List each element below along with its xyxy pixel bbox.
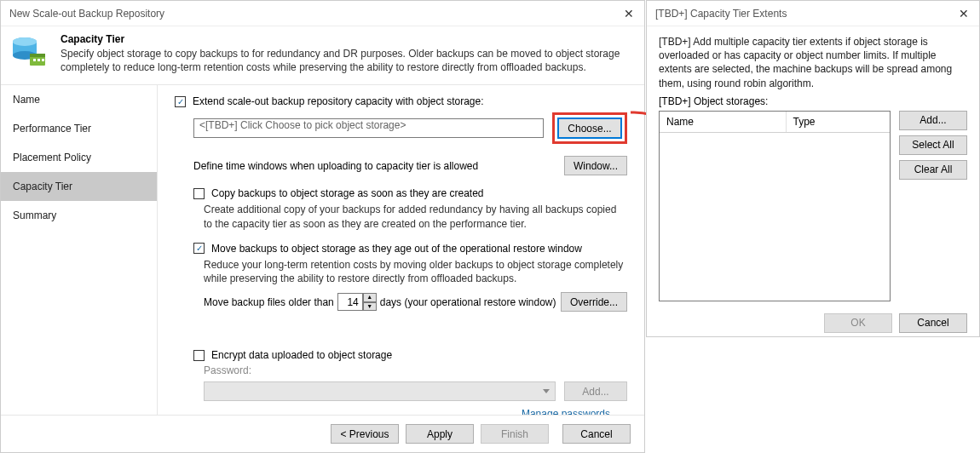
nav-item-name[interactable]: Name <box>1 85 157 114</box>
titlebar: New Scale-out Backup Repository ✕ <box>1 1 644 26</box>
nav-item-performance-tier[interactable]: Performance Tier <box>1 114 157 143</box>
extents-close-icon[interactable]: ✕ <box>955 7 972 20</box>
days-stepper[interactable]: ▲ ▼ <box>337 293 377 311</box>
nav-item-placement-policy[interactable]: Placement Policy <box>1 143 157 172</box>
extents-list[interactable]: Name Type <box>659 111 891 301</box>
column-name[interactable]: Name <box>660 112 787 132</box>
extend-checkbox-label: Extend scale-out backup repository capac… <box>193 95 484 107</box>
move-checkbox-label: Move backups to object storage as they a… <box>211 243 582 255</box>
copy-checkbox-label: Copy backups to object storage as soon a… <box>211 187 484 199</box>
add-password-button: Add... <box>564 381 627 401</box>
move-checkbox[interactable]: ✓ <box>193 243 205 254</box>
days-down-icon[interactable]: ▼ <box>363 302 377 312</box>
time-window-label: Define time windows when uploading to ca… <box>193 160 564 172</box>
svg-rect-5 <box>30 54 45 57</box>
wizard-header: Capacity Tier Specify object storage to … <box>1 26 644 85</box>
choose-button-highlight: Choose... <box>552 112 627 144</box>
window-button[interactable]: Window... <box>564 156 627 175</box>
svg-rect-8 <box>42 59 44 61</box>
capacity-tier-icon <box>11 33 49 71</box>
choose-button[interactable]: Choose... <box>558 118 621 138</box>
svg-rect-7 <box>37 59 40 61</box>
previous-button[interactable]: < Previous <box>331 424 399 444</box>
extend-checkbox[interactable]: ✓ <box>175 96 186 107</box>
extents-dialog: [TBD+] Capacity Tier Extents ✕ [TBD+] Ad… <box>646 0 980 337</box>
wizard-content: ✓ Extend scale-out backup repository cap… <box>158 85 644 416</box>
finish-button: Finish <box>481 424 549 444</box>
override-button[interactable]: Override... <box>561 292 627 312</box>
encrypt-checkbox[interactable]: ✓ <box>193 350 205 361</box>
window-title: New Scale-out Backup Repository <box>9 8 164 20</box>
move-description: Reduce your long-term retention costs by… <box>204 258 627 285</box>
apply-button[interactable]: Apply <box>406 424 474 444</box>
wizard-nav: Name Performance Tier Placement Policy C… <box>1 85 158 416</box>
wizard-footer: < Previous Apply Finish Cancel <box>1 415 644 452</box>
password-label: Password: <box>204 364 627 376</box>
extents-window-title: [TBD+] Capacity Tier Extents <box>655 8 787 20</box>
wizard-description: Specify object storage to copy backups t… <box>61 47 634 74</box>
extents-description: [TBD+] Add multiple capacity tier extent… <box>647 26 979 95</box>
extents-ok-button: OK <box>824 313 892 333</box>
extents-list-header: Name Type <box>660 112 890 133</box>
move-older-prefix: Move backup files older than <box>204 296 334 308</box>
nav-item-summary[interactable]: Summary <box>1 201 157 230</box>
close-icon[interactable]: ✕ <box>620 7 637 20</box>
password-select <box>204 381 556 401</box>
move-older-suffix: days (your operational restore window) <box>380 296 556 308</box>
wizard-heading: Capacity Tier <box>61 33 634 45</box>
cancel-button[interactable]: Cancel <box>562 424 631 444</box>
clear-all-button[interactable]: Clear All <box>899 160 967 180</box>
add-extent-button[interactable]: Add... <box>899 111 967 130</box>
select-all-button[interactable]: Select All <box>899 135 967 155</box>
column-type[interactable]: Type <box>787 112 891 132</box>
extents-list-label: [TBD+] Object storages: <box>647 95 979 111</box>
wizard-dialog: New Scale-out Backup Repository ✕ Capaci… <box>0 0 645 453</box>
days-input[interactable] <box>337 293 363 311</box>
copy-checkbox[interactable]: ✓ <box>193 188 205 199</box>
days-up-icon[interactable]: ▲ <box>363 293 377 302</box>
svg-point-3 <box>13 37 37 46</box>
svg-rect-6 <box>33 59 36 61</box>
extents-titlebar: [TBD+] Capacity Tier Extents ✕ <box>647 1 979 26</box>
copy-description: Create additional copy of your backups f… <box>204 203 627 230</box>
extents-cancel-button[interactable]: Cancel <box>899 313 967 333</box>
nav-item-capacity-tier[interactable]: Capacity Tier <box>1 172 157 201</box>
encrypt-checkbox-label: Encrypt data uploaded to object storage <box>211 349 392 361</box>
object-storage-field[interactable]: <[TBD+] Click Choose to pick object stor… <box>193 118 544 138</box>
